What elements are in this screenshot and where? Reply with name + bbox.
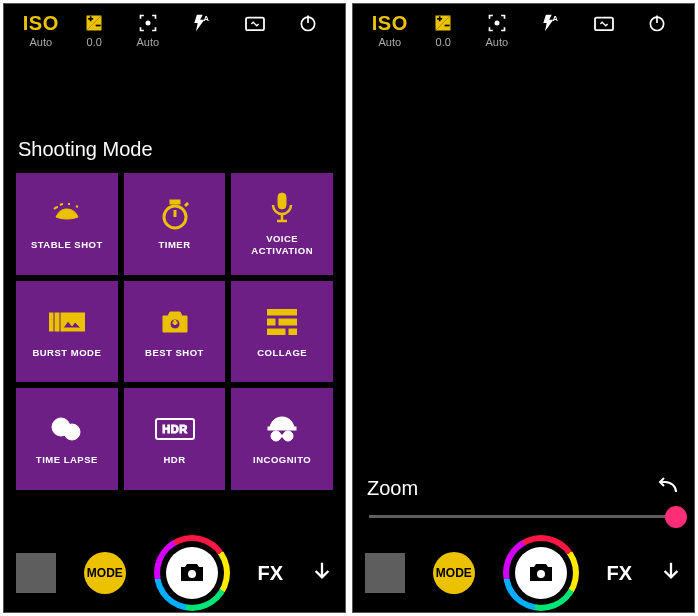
tile-label: HDR — [163, 454, 185, 465]
time-lapse-icon — [50, 412, 84, 446]
power-control[interactable] — [631, 12, 685, 34]
svg-text:A: A — [204, 14, 210, 23]
incognito-icon — [266, 412, 298, 446]
flash-control[interactable]: A — [524, 12, 578, 34]
power-icon — [298, 12, 318, 34]
power-icon — [647, 12, 667, 34]
gallery-thumbnail[interactable] — [365, 553, 405, 593]
iso-value: Auto — [378, 36, 401, 48]
svg-rect-30 — [268, 427, 296, 430]
switch-camera-control[interactable] — [577, 12, 631, 34]
mode-time-lapse[interactable]: TIME LAPSE — [16, 388, 118, 490]
flash-control[interactable]: A — [175, 12, 229, 34]
flash-auto-icon: A — [191, 12, 211, 34]
stable-shot-icon — [50, 197, 84, 231]
focus-value: Auto — [136, 36, 159, 48]
iso-icon: ISO — [372, 12, 408, 34]
mode-incognito[interactable]: INCOGNITO — [231, 388, 333, 490]
tile-label: INCOGNITO — [253, 454, 311, 465]
svg-line-11 — [185, 203, 188, 206]
svg-text:HDR: HDR — [162, 423, 187, 435]
svg-rect-9 — [170, 200, 180, 204]
exposure-control[interactable]: 0.0 — [417, 12, 471, 48]
timer-icon — [160, 197, 190, 231]
exposure-value: 0.0 — [87, 36, 102, 48]
iso-icon: ISO — [23, 12, 59, 34]
tile-label: TIME LAPSE — [36, 454, 98, 465]
fx-button[interactable]: FX — [258, 562, 284, 585]
camera-icon — [515, 547, 567, 599]
flash-auto-icon: A — [540, 12, 560, 34]
bottombar: MODE FX — [353, 534, 694, 612]
best-shot-icon — [159, 305, 191, 339]
download-arrow-icon[interactable] — [311, 560, 333, 586]
svg-rect-0 — [96, 25, 101, 27]
mode-button[interactable]: MODE — [433, 552, 475, 594]
svg-rect-15 — [49, 313, 53, 331]
zoom-slider-thumb[interactable] — [665, 506, 687, 528]
exposure-control[interactable]: 0.0 — [68, 12, 122, 48]
exposure-icon — [433, 12, 453, 34]
switch-camera-icon — [593, 12, 615, 34]
svg-rect-37 — [445, 25, 450, 27]
svg-rect-20 — [174, 320, 176, 324]
mode-burst-mode[interactable]: BURST MODE — [16, 281, 118, 383]
gallery-thumbnail[interactable] — [16, 553, 56, 593]
svg-rect-12 — [278, 193, 286, 209]
body-left: Shooting Mode STABLE SHOT TIMER VOICE AC… — [4, 52, 345, 534]
mode-stable-shot[interactable]: STABLE SHOT — [16, 173, 118, 275]
switch-camera-control[interactable] — [228, 12, 282, 34]
exposure-value: 0.0 — [436, 36, 451, 48]
svg-rect-23 — [279, 319, 297, 325]
svg-text:A: A — [553, 14, 559, 23]
microphone-icon — [269, 191, 295, 225]
shutter-button[interactable] — [503, 535, 579, 611]
bottombar: MODE FX — [4, 534, 345, 612]
power-control[interactable] — [282, 12, 336, 34]
iso-control[interactable]: ISO Auto — [14, 12, 68, 48]
iso-value: Auto — [29, 36, 52, 48]
svg-rect-25 — [289, 329, 297, 335]
body-right: Zoom — [353, 52, 694, 534]
svg-rect-33 — [280, 435, 284, 437]
focus-control[interactable]: Auto — [470, 12, 524, 48]
screen-zoom: ISO Auto 0.0 Auto A — [352, 3, 695, 613]
svg-point-3 — [146, 21, 149, 24]
zoom-panel: Zoom — [353, 476, 694, 534]
mode-voice-activation[interactable]: VOICE ACTIVATION — [231, 173, 333, 275]
camera-icon — [166, 547, 218, 599]
svg-rect-2 — [90, 16, 92, 21]
mode-hdr[interactable]: HDR HDR — [124, 388, 226, 490]
zoom-slider[interactable] — [369, 515, 678, 518]
undo-icon[interactable] — [656, 476, 680, 501]
svg-rect-39 — [439, 16, 441, 21]
tile-label: STABLE SHOT — [31, 239, 103, 250]
mode-button[interactable]: MODE — [84, 552, 126, 594]
tile-label: COLLAGE — [257, 347, 307, 358]
svg-point-40 — [495, 21, 498, 24]
svg-point-27 — [64, 424, 80, 440]
mode-timer[interactable]: TIMER — [124, 173, 226, 275]
tile-label: VOICE ACTIVATION — [235, 233, 329, 256]
download-arrow-icon[interactable] — [660, 560, 682, 586]
mode-best-shot[interactable]: BEST SHOT — [124, 281, 226, 383]
focus-value: Auto — [485, 36, 508, 48]
section-title: Shooting Mode — [4, 128, 345, 173]
iso-control[interactable]: ISO Auto — [363, 12, 417, 48]
hdr-icon: HDR — [155, 412, 195, 446]
svg-rect-22 — [267, 319, 275, 325]
topbar: ISO Auto 0.0 Auto A — [353, 4, 694, 52]
mode-collage[interactable]: COLLAGE — [231, 281, 333, 383]
shooting-mode-grid: STABLE SHOT TIMER VOICE ACTIVATION BURST… — [4, 173, 345, 490]
screen-shooting-mode: ISO Auto 0.0 Auto A — [3, 3, 346, 613]
focus-icon — [487, 12, 507, 34]
focus-control[interactable]: Auto — [121, 12, 175, 48]
collage-icon — [267, 305, 297, 339]
fx-button[interactable]: FX — [607, 562, 633, 585]
shutter-button[interactable] — [154, 535, 230, 611]
focus-icon — [138, 12, 158, 34]
exposure-icon — [84, 12, 104, 34]
zoom-label: Zoom — [367, 477, 418, 500]
switch-camera-icon — [244, 12, 266, 34]
tile-label: TIMER — [158, 239, 190, 250]
